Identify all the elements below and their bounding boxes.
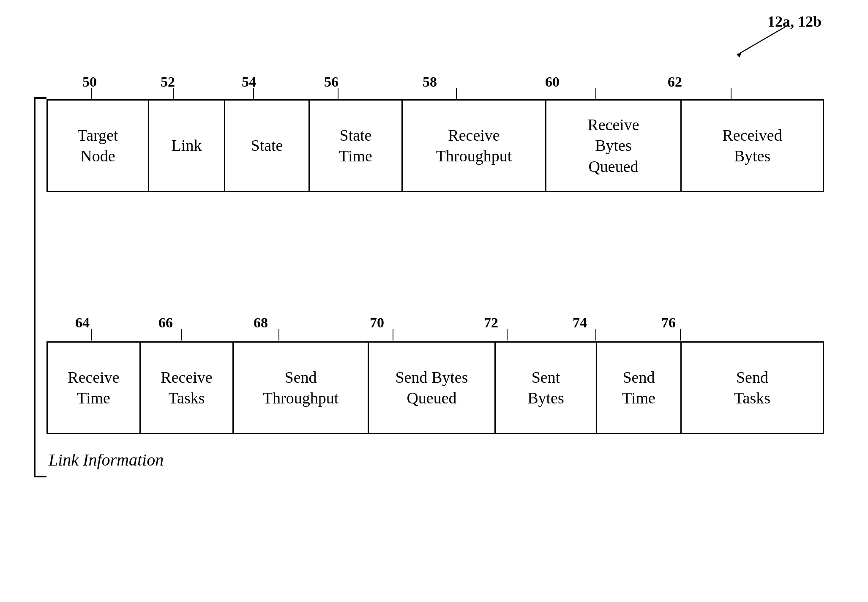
cell-receive-tasks: ReceiveTasks (139, 341, 232, 434)
cell-receive-time: ReceiveTime (46, 341, 139, 434)
cell-target-node: TargetNode (46, 99, 148, 192)
svg-line-0 (737, 25, 788, 55)
cell-receive-throughput: ReceiveThroughput (401, 99, 545, 192)
cell-send-time: SendTime (596, 341, 680, 434)
cell-state-time: StateTime (308, 99, 401, 192)
left-bracket (34, 97, 46, 477)
cell-received-bytes: ReceivedBytes (680, 99, 824, 192)
cell-link: Link (148, 99, 224, 192)
cell-send-tasks: SendTasks (680, 341, 824, 434)
cell-receive-bytes-queued: ReceiveBytesQueued (545, 99, 680, 192)
tick-lines-row2 (46, 329, 824, 341)
cell-state: State (224, 99, 308, 192)
cell-sent-bytes: SentBytes (494, 341, 596, 434)
svg-marker-1 (737, 52, 742, 57)
link-info-label: Link Information (49, 450, 164, 470)
tick-lines-row1 (46, 88, 824, 101)
table-row-2: ReceiveTime ReceiveTasks SendThroughput … (46, 341, 824, 434)
cell-send-bytes-queued: Send BytesQueued (368, 341, 494, 434)
ref-arrow-line (733, 21, 826, 63)
cell-send-throughput: SendThroughput (232, 341, 368, 434)
table-row-1: TargetNode Link State StateTime ReceiveT… (46, 99, 824, 192)
